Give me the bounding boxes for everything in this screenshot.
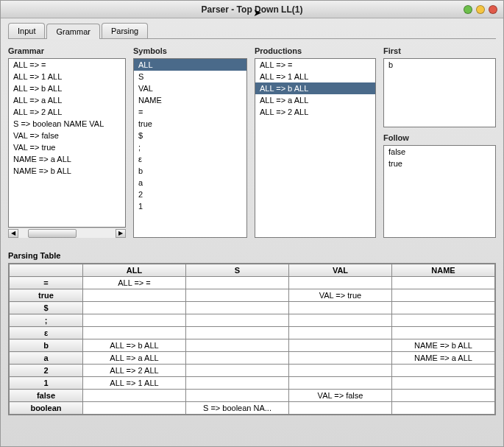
table-cell[interactable] — [83, 402, 186, 415]
list-item[interactable]: 2 — [134, 189, 246, 200]
list-item[interactable]: S — [134, 71, 246, 82]
list-item[interactable]: $ — [134, 130, 246, 141]
table-cell[interactable]: ALL => 1 ALL — [83, 377, 186, 390]
table-column-header[interactable]: S — [186, 264, 289, 277]
table-cell[interactable] — [186, 277, 289, 289]
table-cell[interactable] — [392, 390, 495, 402]
table-cell[interactable] — [392, 365, 495, 377]
tab-grammar[interactable]: Grammar — [46, 24, 99, 39]
tab-input[interactable]: Input — [8, 23, 45, 38]
table-cell[interactable] — [392, 402, 495, 415]
list-item[interactable]: b — [134, 165, 246, 177]
list-item[interactable]: ALL => 1 ALL — [255, 71, 375, 82]
minimize-button[interactable] — [464, 5, 472, 14]
list-item[interactable]: 1 — [134, 200, 246, 212]
table-cell[interactable] — [186, 302, 289, 314]
list-item[interactable]: ε — [134, 153, 246, 165]
list-item[interactable]: ALL => a ALL — [9, 94, 125, 106]
table-cell[interactable] — [392, 327, 495, 339]
table-cell[interactable] — [186, 352, 289, 365]
table-cell[interactable]: VAL => true — [289, 289, 392, 302]
table-row-header[interactable]: b — [10, 339, 83, 352]
titlebar[interactable]: Parser - Top Down LL(1) ➤ — [1, 1, 503, 18]
close-button[interactable] — [489, 5, 497, 14]
table-cell[interactable]: ALL => a ALL — [83, 352, 186, 365]
table-cell[interactable] — [186, 365, 289, 377]
table-cell[interactable] — [289, 402, 392, 415]
table-cell[interactable]: ALL => = — [83, 277, 186, 289]
list-item[interactable]: S => boolean NAME VAL — [9, 118, 125, 130]
table-row-header[interactable]: boolean — [10, 402, 83, 415]
table-cell[interactable]: NAME => b ALL — [392, 339, 495, 352]
table-cell[interactable] — [83, 289, 186, 302]
table-cell[interactable]: ALL => 2 ALL — [83, 365, 186, 377]
table-cell[interactable]: VAL => false — [289, 390, 392, 402]
scroll-left-icon[interactable]: ◀ — [8, 229, 18, 238]
list-item[interactable]: b — [384, 59, 495, 71]
table-cell[interactable] — [289, 277, 392, 289]
table-cell[interactable]: NAME => a ALL — [392, 352, 495, 365]
table-cell[interactable] — [186, 390, 289, 402]
table-cell[interactable] — [289, 327, 392, 339]
grammar-listbox[interactable]: ALL => =ALL => 1 ALLALL => b ALLALL => a… — [8, 58, 126, 228]
table-row-header[interactable]: 2 — [10, 365, 83, 377]
table-cell[interactable] — [186, 339, 289, 352]
table-cell[interactable] — [289, 302, 392, 314]
table-cell[interactable] — [392, 377, 495, 390]
symbols-listbox[interactable]: ALLSVALNAME=true$;εba21 — [133, 58, 247, 238]
table-row-header[interactable]: 1 — [10, 377, 83, 390]
list-item[interactable]: VAL => false — [9, 130, 125, 141]
list-item[interactable]: NAME => b ALL — [9, 165, 125, 177]
table-cell[interactable] — [83, 302, 186, 314]
follow-listbox[interactable]: falsetrue — [383, 145, 496, 238]
table-cell[interactable] — [392, 277, 495, 289]
table-column-header[interactable]: VAL — [289, 264, 392, 277]
list-item[interactable]: ALL => = — [255, 59, 375, 71]
tab-parsing[interactable]: Parsing — [102, 23, 148, 38]
table-row-header[interactable]: a — [10, 352, 83, 365]
table-cell[interactable] — [392, 302, 495, 314]
table-cell[interactable] — [83, 327, 186, 339]
table-row-header[interactable]: ε — [10, 327, 83, 339]
list-item[interactable]: ; — [134, 141, 246, 153]
list-item[interactable]: ALL => 2 ALL — [255, 106, 375, 118]
table-cell[interactable] — [289, 377, 392, 390]
table-cell[interactable] — [392, 314, 495, 327]
table-cell[interactable] — [392, 289, 495, 302]
table-row-header[interactable]: false — [10, 390, 83, 402]
table-row-header[interactable]: ; — [10, 314, 83, 327]
table-row-header[interactable]: $ — [10, 302, 83, 314]
table-cell[interactable] — [83, 314, 186, 327]
table-cell[interactable] — [289, 365, 392, 377]
scroll-right-icon[interactable]: ▶ — [116, 229, 126, 238]
parsing-table[interactable]: ALLSVALNAME=ALL => =trueVAL => true$;εbA… — [9, 264, 495, 415]
maximize-button[interactable] — [476, 5, 485, 14]
table-cell[interactable]: S => boolean NA... — [186, 402, 289, 415]
first-listbox[interactable]: b — [383, 58, 496, 127]
table-cell[interactable] — [83, 390, 186, 402]
list-item[interactable]: VAL — [134, 82, 246, 94]
table-cell[interactable] — [289, 314, 392, 327]
list-item[interactable]: ALL => a ALL — [255, 94, 375, 106]
list-item[interactable]: ALL — [134, 59, 246, 71]
table-cell[interactable] — [186, 327, 289, 339]
table-row-header[interactable]: = — [10, 277, 83, 289]
list-item[interactable]: a — [134, 177, 246, 189]
table-column-header[interactable]: ALL — [83, 264, 186, 277]
productions-listbox[interactable]: ALL => =ALL => 1 ALLALL => b ALLALL => a… — [255, 58, 376, 238]
table-row-header[interactable]: true — [10, 289, 83, 302]
list-item[interactable]: false — [384, 146, 495, 158]
list-item[interactable]: NAME — [134, 94, 246, 106]
table-cell[interactable] — [289, 352, 392, 365]
table-cell[interactable]: ALL => b ALL — [83, 339, 186, 352]
list-item[interactable]: ALL => 2 ALL — [9, 106, 125, 118]
grammar-scrollbar[interactable]: ◀ ▶ — [8, 228, 126, 238]
table-cell[interactable] — [186, 314, 289, 327]
table-cell[interactable] — [186, 289, 289, 302]
list-item[interactable]: ALL => b ALL — [9, 82, 125, 94]
list-item[interactable]: = — [134, 106, 246, 118]
list-item[interactable]: ALL => = — [9, 59, 125, 71]
table-cell[interactable] — [186, 377, 289, 390]
list-item[interactable]: true — [384, 158, 495, 169]
list-item[interactable]: true — [134, 118, 246, 130]
